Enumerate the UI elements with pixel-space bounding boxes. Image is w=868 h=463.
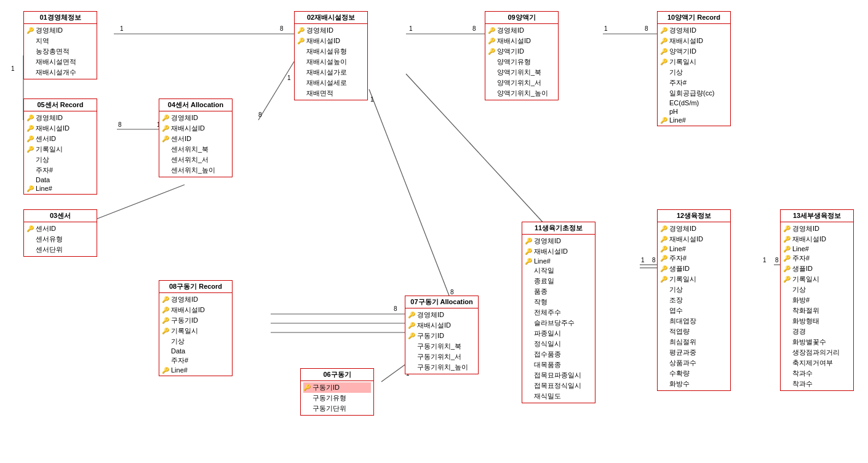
key-icon: 🔑 (162, 125, 169, 132)
field-row: 구동기위치_서 (408, 352, 476, 362)
entity-fields-e10: 🔑경영체ID🔑재배시설ID🔑양액기ID🔑기록일시기상주자#일회공급량(cc)EC… (658, 24, 730, 126)
svg-text:8: 8 (645, 25, 648, 32)
field-row: 재배시설높이 (297, 57, 365, 67)
field-label: 재배시설높이 (306, 57, 347, 66)
field-row: 🔑재배시설ID (660, 36, 728, 46)
entity-e10: 10양액기 Record🔑경영체ID🔑재배시설ID🔑양액기ID🔑기록일시기상주자… (657, 11, 731, 126)
field-label: 착과수 (792, 369, 813, 378)
key-icon: 🔑 (660, 225, 667, 232)
field-label: 재배시설ID (669, 36, 703, 46)
field-row: 🔑기록일시 (660, 274, 728, 284)
field-label: 주자# (669, 254, 687, 263)
key-icon: 🔑 (408, 332, 415, 339)
field-label: Line# (669, 116, 686, 124)
field-label: 주자# (792, 254, 810, 263)
field-label: 기록일시 (792, 275, 819, 284)
field-row: 구동기위치_높이 (408, 362, 476, 372)
field-label: 센서단위 (36, 245, 63, 254)
key-icon: 🔑 (488, 27, 495, 34)
field-label: 상품과수 (669, 358, 696, 368)
field-label: Line# (171, 366, 188, 374)
key-icon: 🔑 (297, 38, 305, 44)
field-row: 🔑Line# (26, 184, 94, 193)
key-icon: 🔑 (783, 276, 790, 283)
field-row: 🔑재배시설ID (488, 36, 555, 46)
field-label: 재배시설ID (534, 247, 568, 256)
entity-title-e06: 06구동기 (301, 369, 373, 381)
field-label: 주자# (36, 166, 53, 175)
field-row: 🔑주자# (660, 253, 728, 264)
field-row: 구동기유형 (303, 393, 371, 403)
field-label: 구동기위치_서 (417, 352, 461, 361)
field-label: 화방# (792, 296, 810, 305)
field-row: 🔑구동기ID (162, 315, 229, 326)
field-row: 상품과수 (660, 358, 728, 368)
svg-text:8: 8 (472, 25, 476, 32)
field-label: 기상 (669, 285, 683, 294)
field-label: 양액기유형 (497, 57, 531, 66)
svg-text:8: 8 (450, 289, 454, 296)
field-row: 센서위치_서 (162, 155, 229, 165)
entity-e01: 01경영체정보🔑경영체ID지역농장총면적재배시설면적재배시설개수 (23, 11, 97, 79)
field-row: 양액기위치_북 (488, 67, 555, 78)
field-label: 경영체ID (417, 310, 444, 320)
entity-title-e13: 13세부생육정보 (781, 210, 853, 222)
field-label: 구동기위치_북 (417, 342, 461, 351)
field-label: 재배시설ID (171, 305, 205, 315)
field-label: 센서ID (36, 134, 56, 143)
field-row: 🔑생플ID (660, 264, 728, 274)
key-icon: 🔑 (26, 125, 34, 132)
entity-title-e04: 04센서 Allocation (159, 99, 232, 111)
field-label: 센서유형 (36, 235, 63, 244)
svg-text:8: 8 (280, 25, 284, 32)
field-row: 🔑양액기ID (488, 46, 555, 57)
field-row: 🔑구동기ID (408, 331, 476, 341)
entity-e09: 09양액기🔑경영체ID🔑재배시설ID🔑양액기ID양액기유형양액기위치_북양액기위… (485, 11, 559, 100)
entity-fields-e04: 🔑경영체ID🔑재배시설ID🔑센서ID센서위치_북센서위치_서센서위치_높이 (159, 111, 232, 177)
key-icon: 🔑 (303, 384, 311, 391)
field-row: 재배면적 (297, 88, 365, 99)
field-row: 재배시설개수 (26, 67, 94, 78)
field-label: 경영체ID (669, 224, 696, 233)
field-row: 화방별꽃수 (783, 337, 851, 347)
key-icon: 🔑 (26, 146, 34, 153)
field-row: 🔑경영체ID (297, 25, 365, 36)
field-label: 기록일시 (669, 275, 696, 284)
field-label: Data (171, 347, 185, 355)
field-label: EC(dS/m) (669, 99, 699, 107)
field-label: 주자# (669, 78, 687, 87)
field-row: 🔑주자# (783, 253, 851, 264)
entity-title-e02: 02재배시설정보 (295, 12, 367, 24)
field-label: 접목묘파종일시 (534, 371, 581, 380)
field-row: 평균과중 (660, 347, 728, 358)
field-row: 수확량 (660, 368, 728, 379)
field-row: 주자# (660, 78, 728, 88)
field-label: Line# (669, 245, 686, 252)
key-icon: 🔑 (162, 367, 169, 374)
svg-text:1: 1 (370, 96, 374, 103)
field-label: 구동기유형 (313, 393, 346, 403)
field-row: 화방수 (660, 379, 728, 389)
field-label: 접목표정식일시 (534, 381, 581, 390)
field-row: 🔑재배시설ID (297, 36, 365, 46)
key-icon: 🔑 (660, 117, 667, 124)
field-label: 화방별꽃수 (792, 337, 826, 347)
field-row: 🔑경영체ID (26, 113, 94, 123)
field-label: 최대엽장 (669, 316, 696, 326)
field-label: 수확량 (669, 369, 690, 378)
field-label: 생플ID (669, 264, 690, 273)
field-row: 센서단위 (26, 244, 94, 255)
field-label: 착화절위 (792, 306, 819, 315)
field-label: 종료일 (534, 276, 554, 286)
field-row: 🔑재배시설ID (660, 234, 728, 244)
field-label: pH (669, 108, 678, 115)
field-label: 평균과중 (669, 348, 696, 357)
field-label: 구동기단위 (313, 404, 346, 413)
field-label: 구동기ID (417, 331, 444, 340)
field-label: 전체주수 (534, 308, 561, 317)
key-icon: 🔑 (783, 265, 790, 272)
field-label: 기상 (792, 285, 806, 294)
key-icon: 🔑 (162, 328, 169, 334)
svg-text:1: 1 (763, 257, 766, 264)
field-label: 재배시설유형 (306, 47, 347, 56)
